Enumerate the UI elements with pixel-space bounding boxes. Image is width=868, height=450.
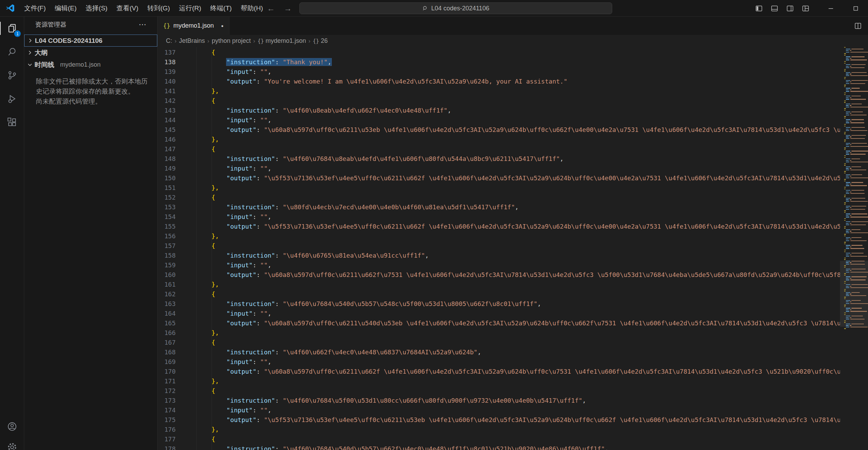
code-line[interactable]: 157 { xyxy=(158,241,840,251)
code-line[interactable]: 165 "output": "\u60a8\u597d\uff0c\u6211\… xyxy=(158,318,840,328)
code-line[interactable]: 154 "input": "", xyxy=(158,212,840,222)
line-number[interactable]: 164 xyxy=(158,309,176,318)
code-line[interactable]: 143 "instruction": "\u4f60\u8eab\u4efd\u… xyxy=(158,106,840,115)
breadcrumb-file[interactable]: {} mydemo1.json xyxy=(258,37,306,45)
line-number[interactable]: 150 xyxy=(158,173,176,183)
line-number[interactable]: 143 xyxy=(158,106,176,115)
menu-view[interactable]: 查看(V) xyxy=(112,0,143,16)
sidebar-section-timeline[interactable]: 时间线 mydemo1.json xyxy=(24,59,157,71)
code-line[interactable]: 137 { xyxy=(158,48,840,57)
source-control-icon[interactable] xyxy=(0,64,24,87)
line-number[interactable]: 159 xyxy=(158,260,176,270)
line-number[interactable]: 171 xyxy=(158,376,176,386)
line-number[interactable]: 175 xyxy=(158,415,176,425)
search-sidebar-icon[interactable] xyxy=(0,40,24,64)
more-actions-icon[interactable]: ⋯ xyxy=(139,20,147,29)
menu-edit[interactable]: 编辑(E) xyxy=(50,0,81,16)
code-line[interactable]: 142 { xyxy=(158,96,840,106)
split-editor-icon[interactable] xyxy=(854,22,862,30)
line-number[interactable]: 162 xyxy=(158,289,176,299)
toggle-panel-icon[interactable] xyxy=(771,5,778,12)
line-number[interactable]: 142 xyxy=(158,96,176,106)
code-line[interactable]: 150 "output": "\u5f53\u7136\u53ef\u4ee5\… xyxy=(158,173,840,183)
code-line[interactable]: 139 "input": "", xyxy=(158,67,840,77)
breadcrumb-folder-jetbrains[interactable]: JetBrains xyxy=(179,37,205,45)
menu-go[interactable]: 转到(G) xyxy=(143,0,174,16)
breadcrumb-folder-python-project[interactable]: python project xyxy=(212,37,251,45)
code-line[interactable]: 145 "output": "\u60a8\u597d\uff0c\u6211\… xyxy=(158,125,840,135)
line-number[interactable]: 178 xyxy=(158,444,176,450)
code-line[interactable]: 175 "output": "\u5f53\u7136\u53ef\u4ee5\… xyxy=(158,415,840,425)
minimap[interactable] xyxy=(840,47,868,450)
code-line[interactable]: 144 "input": "", xyxy=(158,115,840,125)
minimap-slider[interactable] xyxy=(840,261,868,327)
line-number[interactable]: 141 xyxy=(158,86,176,96)
code-line[interactable]: 167 { xyxy=(158,338,840,347)
code-line[interactable]: 171 }, xyxy=(158,376,840,386)
menu-run[interactable]: 运行(R) xyxy=(175,0,206,16)
menu-help[interactable]: 帮助(H) xyxy=(236,0,267,16)
code-line[interactable]: 178 "instruction": "\u4f60\u7684\u540d\u… xyxy=(158,444,840,450)
line-number[interactable]: 167 xyxy=(158,338,176,347)
command-center-search[interactable]: L04 codes-20241106 xyxy=(299,2,612,14)
code-line[interactable]: 147 { xyxy=(158,144,840,154)
line-number[interactable]: 151 xyxy=(158,183,176,193)
breadcrumb-symbol[interactable]: {} 26 xyxy=(313,37,328,45)
code-line[interactable]: 173 "instruction": "\u4f60\u7684\u5f00\u… xyxy=(158,396,840,405)
menu-file[interactable]: 文件(F) xyxy=(20,0,50,16)
line-number[interactable]: 157 xyxy=(158,241,176,251)
sidebar-section-folder[interactable]: L04 CODES-20241106 xyxy=(24,35,157,47)
code-line[interactable]: 158 "instruction": "\u4f60\u6765\u81ea\u… xyxy=(158,251,840,260)
line-number[interactable]: 158 xyxy=(158,251,176,260)
minimize-button[interactable] xyxy=(818,0,843,17)
line-number[interactable]: 145 xyxy=(158,125,176,135)
settings-gear-icon[interactable] xyxy=(7,442,17,450)
line-number[interactable]: 160 xyxy=(158,270,176,280)
line-number[interactable]: 176 xyxy=(158,425,176,434)
code-line[interactable]: 162 { xyxy=(158,289,840,299)
maximize-button[interactable] xyxy=(843,0,868,17)
code-editor[interactable]: 137 {138 "instruction": "Thank you!",139… xyxy=(158,47,840,450)
line-number[interactable]: 149 xyxy=(158,164,176,173)
toggle-secondary-sidebar-icon[interactable] xyxy=(786,5,794,12)
line-number[interactable]: 139 xyxy=(158,67,176,77)
customize-layout-icon[interactable] xyxy=(802,5,809,12)
line-number[interactable]: 137 xyxy=(158,48,176,57)
menu-terminal[interactable]: 终端(T) xyxy=(206,0,236,16)
code-line[interactable]: 164 "input": "", xyxy=(158,309,840,318)
code-line[interactable]: 141 }, xyxy=(158,86,840,96)
line-number[interactable]: 146 xyxy=(158,135,176,144)
code-line[interactable]: 172 { xyxy=(158,386,840,396)
line-number[interactable]: 161 xyxy=(158,280,176,289)
line-number[interactable]: 147 xyxy=(158,144,176,154)
back-arrow-icon[interactable]: ← xyxy=(267,4,275,13)
code-line[interactable]: 149 "input": "", xyxy=(158,164,840,173)
line-number[interactable]: 170 xyxy=(158,367,176,376)
code-line[interactable]: 140 "output": "You're welcome! I am \u4f… xyxy=(158,77,840,86)
line-number[interactable]: 155 xyxy=(158,222,176,231)
code-line[interactable]: 153 "instruction": "\u80fd\u4ecb\u7ecd\u… xyxy=(158,202,840,212)
code-line[interactable]: 152 { xyxy=(158,193,840,202)
sidebar-section-outline[interactable]: 大纲 xyxy=(24,47,157,59)
explorer-icon[interactable]: 1 xyxy=(0,17,24,40)
line-number[interactable]: 152 xyxy=(158,193,176,202)
line-number[interactable]: 165 xyxy=(158,318,176,328)
code-line[interactable]: 170 "output": "\u60a8\u597d\uff0c\u6211\… xyxy=(158,367,840,376)
code-line[interactable]: 161 }, xyxy=(158,280,840,289)
line-number[interactable]: 154 xyxy=(158,212,176,222)
menu-selection[interactable]: 选择(S) xyxy=(81,0,112,16)
code-line[interactable]: 156 }, xyxy=(158,231,840,241)
line-number[interactable]: 172 xyxy=(158,386,176,396)
line-number[interactable]: 173 xyxy=(158,396,176,405)
code-line[interactable]: 163 "instruction": "\u4f60\u7684\u540d\u… xyxy=(158,299,840,309)
code-line[interactable]: 151 }, xyxy=(158,183,840,193)
line-number[interactable]: 148 xyxy=(158,154,176,164)
line-number[interactable]: 156 xyxy=(158,231,176,241)
code-line[interactable]: 177 { xyxy=(158,434,840,444)
code-line[interactable]: 160 "output": "\u60a8\u597d\uff0c\u6211\… xyxy=(158,270,840,280)
line-number[interactable]: 174 xyxy=(158,405,176,415)
code-line[interactable]: 159 "input": "", xyxy=(158,260,840,270)
line-number[interactable]: 166 xyxy=(158,328,176,338)
toggle-primary-sidebar-icon[interactable] xyxy=(755,5,763,12)
line-number[interactable]: 140 xyxy=(158,77,176,86)
